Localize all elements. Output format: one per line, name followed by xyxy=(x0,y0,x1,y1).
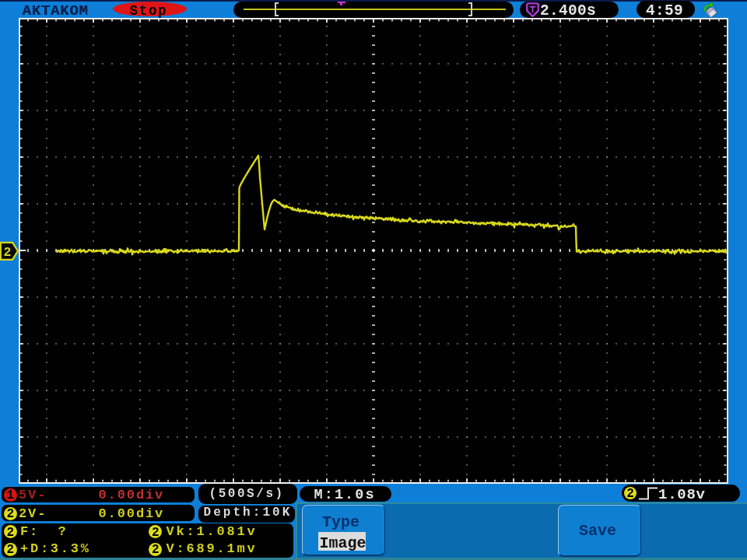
svg-text:2: 2 xyxy=(4,245,12,260)
